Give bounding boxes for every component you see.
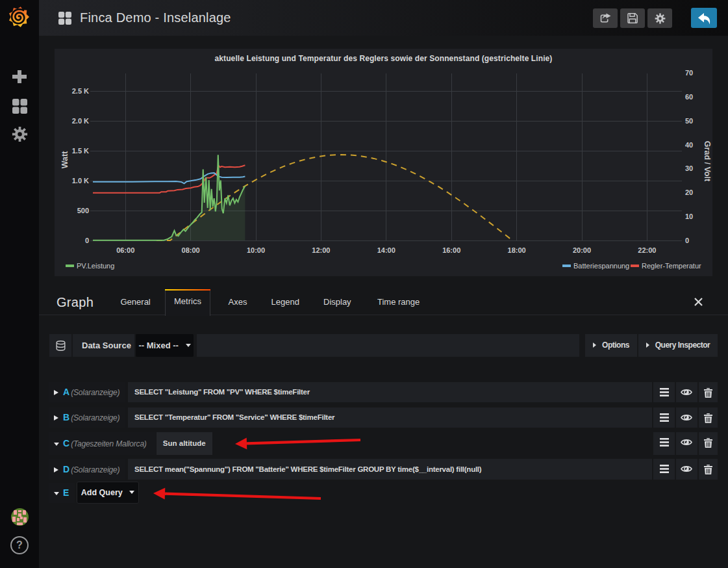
svg-text:22:00: 22:00 xyxy=(638,246,656,254)
svg-text:12:00: 12:00 xyxy=(312,246,330,254)
svg-text:16:00: 16:00 xyxy=(442,246,460,254)
svg-text:0: 0 xyxy=(85,237,89,244)
svg-text:50: 50 xyxy=(685,117,693,125)
svg-text:20:00: 20:00 xyxy=(573,246,591,254)
svg-text:1.5 K: 1.5 K xyxy=(72,147,89,155)
svg-text:30: 30 xyxy=(685,164,693,172)
svg-text:20: 20 xyxy=(685,188,693,196)
svg-text:2.5 K: 2.5 K xyxy=(72,87,89,95)
svg-text:Grad / Volt: Grad / Volt xyxy=(703,141,712,182)
svg-text:500: 500 xyxy=(77,207,89,214)
svg-text:40: 40 xyxy=(685,141,693,149)
svg-text:06:00: 06:00 xyxy=(116,246,134,254)
svg-text:2.0 K: 2.0 K xyxy=(72,117,89,125)
svg-text:0: 0 xyxy=(685,237,689,244)
svg-text:18:00: 18:00 xyxy=(508,246,526,254)
svg-text:60: 60 xyxy=(685,93,693,101)
svg-text:70: 70 xyxy=(685,69,693,77)
svg-text:1.0 K: 1.0 K xyxy=(72,177,89,185)
svg-text:10:00: 10:00 xyxy=(247,246,265,254)
svg-text:Watt: Watt xyxy=(60,151,69,168)
svg-text:10: 10 xyxy=(685,213,693,220)
svg-text:14:00: 14:00 xyxy=(377,246,395,254)
svg-text:08:00: 08:00 xyxy=(182,246,200,254)
